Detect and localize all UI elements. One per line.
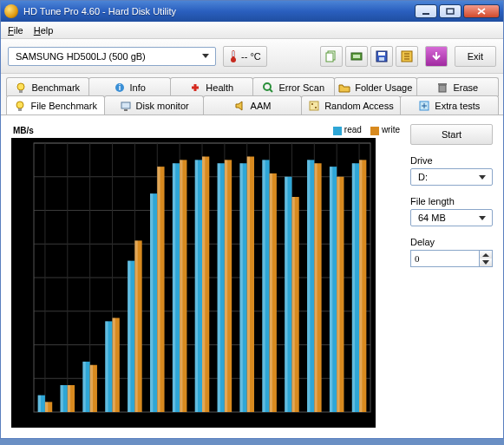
svg-rect-72 [128,261,130,412]
svg-text:256: 256 [240,417,253,426]
start-button[interactable]: Start [410,124,493,145]
svg-rect-132 [352,163,355,412]
window-title: HD Tune Pro 4.60 - Hard Disk Utility [23,6,413,16]
delay-input[interactable] [410,250,480,267]
tab-file-benchmark[interactable]: File Benchmark [6,95,105,115]
svg-rect-90 [195,160,198,412]
svg-rect-126 [330,167,332,412]
tab-erase[interactable]: Erase [416,77,500,96]
speaker-icon [234,100,246,112]
svg-text:i: i [118,83,121,92]
svg-text:1024: 1024 [283,417,300,426]
svg-rect-92 [202,157,205,413]
svg-rect-21 [18,108,22,111]
svg-rect-62 [90,365,93,412]
tab-row-1: BenchmarkiInfoHealthError ScanFolder Usa… [1,74,503,96]
close-button[interactable] [463,4,500,18]
screenshot-button[interactable] [345,46,368,67]
refresh-button[interactable] [425,46,448,67]
svg-rect-0 [422,13,429,15]
delay-spin-down[interactable] [480,258,492,266]
toolbar: SAMSUNG HD500LJ (500 gB) -- °C Exit [1,39,503,74]
tab-benchmark[interactable]: Benchmark [6,77,89,96]
trash-icon [436,82,448,94]
delay-spinner[interactable] [410,250,493,267]
svg-rect-4 [232,51,234,56]
svg-rect-98 [225,160,227,412]
svg-text:50: 50 [22,239,30,248]
svg-text:40: 40 [22,273,30,282]
monitor-icon [120,100,132,112]
svg-rect-24 [310,101,318,110]
copy-icon [325,50,337,62]
tab-disk-monitor[interactable]: Disk monitor [104,95,203,115]
svg-rect-128 [337,177,339,412]
svg-rect-96 [218,163,220,412]
svg-rect-56 [68,385,70,412]
svg-rect-22 [121,102,130,108]
chart-legend: read write [333,125,400,134]
svg-rect-122 [314,163,317,412]
chevron-down-icon [476,212,488,224]
svg-rect-114 [285,177,287,412]
drive-label: Drive [410,155,493,166]
svg-text:2048: 2048 [305,417,323,426]
file-length-select[interactable]: 64 MB [410,209,493,226]
options-button[interactable] [396,46,418,67]
svg-text:10: 10 [22,374,30,383]
tab-folder-usage[interactable]: Folder Usage [334,77,417,96]
maximize-button[interactable] [439,4,461,18]
svg-point-13 [17,83,24,90]
svg-text:4096: 4096 [328,417,345,426]
svg-rect-54 [61,385,63,412]
titlebar[interactable]: HD Tune Pro 4.60 - Hard Disk Utility [1,1,503,22]
svg-point-25 [311,103,313,105]
tab-extra-tests[interactable]: Extra tests [400,95,499,115]
svg-text:4: 4 [110,417,115,426]
svg-rect-10 [378,52,385,56]
search-icon [262,82,274,94]
svg-rect-134 [359,160,362,412]
save-icon [376,50,388,62]
exit-button[interactable]: Exit [455,46,496,67]
save-button[interactable] [370,46,393,67]
delay-label: Delay [410,237,493,247]
menu-file[interactable]: File [8,25,23,36]
random-icon [308,100,320,112]
health-icon [189,82,201,94]
drive-letter-select[interactable]: D: [410,168,493,186]
tab-info[interactable]: iInfo [88,77,172,96]
svg-text:64: 64 [198,417,206,426]
svg-rect-116 [291,197,294,412]
svg-rect-84 [173,163,175,412]
minimize-button[interactable] [415,4,437,18]
svg-text:60: 60 [22,206,30,215]
svg-rect-19 [438,83,447,85]
svg-point-20 [16,101,23,108]
svg-rect-11 [379,57,384,61]
info-icon: i [114,82,126,94]
temperature-display: -- °C [223,46,267,67]
folder-icon [338,82,350,94]
menu-help[interactable]: Help [34,25,54,36]
svg-text:8192: 8192 [350,417,368,426]
delay-spin-up[interactable] [480,251,492,258]
svg-text:0.5: 0.5 [40,417,51,426]
svg-text:8: 8 [133,417,137,426]
svg-rect-18 [439,85,446,92]
svg-text:16: 16 [153,417,161,426]
copy-button[interactable] [320,46,343,67]
tab-aam[interactable]: AAM [203,95,302,115]
drive-select[interactable]: SAMSUNG HD500LJ (500 gB) [8,47,216,66]
thermometer-icon [229,49,238,63]
tab-health[interactable]: Health [170,77,253,96]
tab-error-scan[interactable]: Error Scan [252,77,336,96]
file-bench-icon [14,100,26,112]
svg-rect-50 [45,402,48,412]
tab-random-access[interactable]: Random Access [301,95,400,115]
svg-rect-60 [82,362,85,412]
svg-text:70: 70 [22,173,30,181]
screenshot-icon [350,50,363,62]
svg-text:80: 80 [22,139,30,147]
bulb-icon [15,82,27,94]
